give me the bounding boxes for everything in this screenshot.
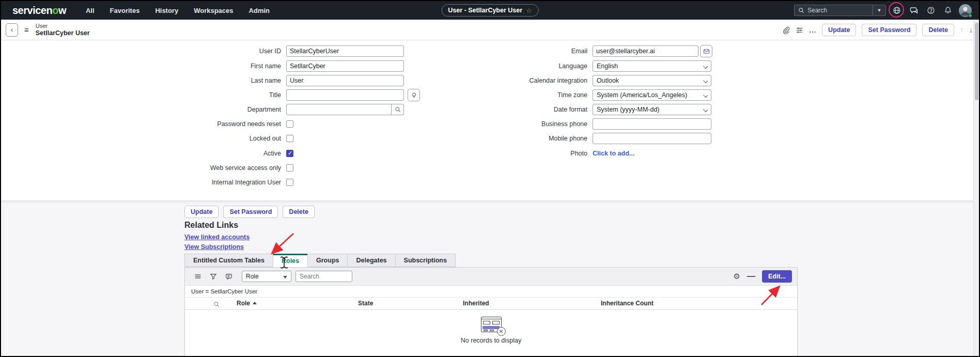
form-row: Mobile phone bbox=[469, 133, 758, 144]
set-password-button[interactable]: Set Password bbox=[223, 206, 278, 218]
email-button[interactable] bbox=[700, 45, 712, 57]
last-name-input[interactable] bbox=[286, 75, 404, 86]
collapse-list-icon[interactable]: — bbox=[747, 272, 755, 281]
active-checkbox[interactable] bbox=[286, 150, 293, 157]
update-button[interactable]: Update bbox=[822, 24, 856, 36]
time-zone-select[interactable]: System (America/Los_Angeles) bbox=[593, 89, 711, 101]
department-input[interactable] bbox=[286, 104, 404, 115]
language-select[interactable]: English bbox=[593, 60, 711, 72]
filter-icon[interactable] bbox=[210, 273, 217, 280]
related-links-title: Related Links bbox=[184, 221, 250, 230]
servicenow-logo[interactable]: servicenow bbox=[12, 5, 66, 17]
presence-dot bbox=[968, 13, 972, 18]
header-search-icon[interactable] bbox=[213, 300, 220, 309]
empty-message: No records to display bbox=[185, 337, 797, 344]
more-actions-icon[interactable]: ... bbox=[809, 26, 816, 34]
password-needs-reset-checkbox[interactable] bbox=[286, 120, 293, 128]
field-label: Time zone bbox=[469, 91, 593, 99]
scrollbar-thumb[interactable] bbox=[975, 23, 978, 100]
logo-green-o: o bbox=[52, 5, 58, 16]
nav-workspaces[interactable]: Workspaces bbox=[194, 7, 233, 14]
delete-button[interactable]: Delete bbox=[922, 24, 954, 36]
servicenow-window: servicenow All Favorites History Workspa… bbox=[0, 0, 980, 357]
global-search-placeholder: Search bbox=[807, 7, 827, 14]
form-row: Web service access only bbox=[156, 162, 456, 174]
field-label: Mobile phone bbox=[469, 135, 593, 142]
red-circle-annotation bbox=[889, 2, 904, 18]
field-label: Calendar integration bbox=[469, 77, 593, 84]
select-value: Outlook bbox=[597, 77, 619, 84]
list-search-input[interactable] bbox=[295, 271, 352, 282]
field-label: Photo bbox=[469, 150, 593, 157]
global-search-input[interactable]: Search bbox=[794, 5, 873, 16]
title-input[interactable] bbox=[286, 89, 404, 101]
set-password-button[interactable]: Set Password bbox=[862, 24, 916, 36]
tab-delegates[interactable]: Delegates bbox=[347, 254, 395, 267]
search-field-value: Role bbox=[246, 273, 259, 280]
nav-history[interactable]: History bbox=[155, 7, 178, 14]
department-lookup-icon[interactable] bbox=[391, 104, 403, 115]
help-icon[interactable] bbox=[925, 4, 937, 17]
form-context-menu-icon[interactable]: ≡ bbox=[24, 25, 28, 34]
search-field-select[interactable]: Role bbox=[242, 271, 291, 282]
column-header-state[interactable]: State bbox=[358, 300, 373, 307]
internal-integration-user-checkbox[interactable] bbox=[286, 179, 293, 186]
user-avatar[interactable] bbox=[959, 4, 972, 17]
bell-icon[interactable] bbox=[942, 4, 954, 17]
chevron-down-icon bbox=[703, 79, 708, 83]
list-column-headers: Role State Inherited Inheritance Count bbox=[185, 298, 797, 310]
locked-out-checkbox[interactable] bbox=[286, 135, 293, 142]
globe-icon[interactable] bbox=[891, 4, 903, 17]
attachment-icon[interactable] bbox=[782, 26, 790, 34]
mobile-phone-input[interactable] bbox=[593, 133, 711, 144]
scroll-up-icon[interactable]: ↑ bbox=[960, 26, 963, 34]
personalize-form-icon[interactable] bbox=[796, 26, 803, 34]
business-phone-input[interactable] bbox=[593, 118, 711, 130]
chat-icon[interactable] bbox=[908, 4, 920, 17]
star-icon[interactable]: ☆ bbox=[526, 7, 532, 14]
nav-admin[interactable]: Admin bbox=[249, 7, 270, 14]
date-format-select[interactable]: System (yyyy-MM-dd) bbox=[593, 104, 711, 115]
web-service-access-only-checkbox[interactable] bbox=[286, 164, 293, 172]
list-toolbar: Role ⚙ — Edit... bbox=[185, 268, 797, 286]
favorite-record-pill[interactable]: User - SetllarCyber User ☆ bbox=[441, 4, 538, 17]
user-id-input[interactable] bbox=[286, 45, 404, 57]
delete-button[interactable]: Delete bbox=[283, 206, 315, 218]
sort-asc-icon bbox=[253, 302, 257, 304]
logo-text: servicen bbox=[12, 5, 52, 16]
x-circle-icon: ✕ bbox=[497, 327, 506, 336]
roles-list: Role ⚙ — Edit... User = SetllarCyber Use… bbox=[184, 267, 798, 357]
list-breadcrumb[interactable]: User = SetllarCyber User bbox=[185, 286, 797, 298]
list-chat-icon[interactable] bbox=[225, 273, 232, 280]
nav-favorites[interactable]: Favorites bbox=[110, 7, 140, 14]
list-context-menu-icon[interactable] bbox=[194, 273, 201, 280]
tab-groups[interactable]: Groups bbox=[307, 254, 347, 267]
view-linked-accounts-link[interactable]: View linked accounts bbox=[184, 232, 250, 242]
first-name-input[interactable] bbox=[286, 60, 404, 72]
update-button[interactable]: Update bbox=[184, 206, 219, 218]
photo-add-link[interactable]: Click to add... bbox=[593, 150, 634, 157]
tab-entitled-custom-tables[interactable]: Entitled Custom Tables bbox=[184, 254, 273, 267]
nav-all[interactable]: All bbox=[86, 7, 95, 14]
record-type: User bbox=[36, 23, 90, 29]
edit-button[interactable]: Edit... bbox=[762, 270, 792, 283]
chevron-down-icon bbox=[703, 93, 708, 98]
suggestion-bulb-button[interactable] bbox=[408, 89, 420, 101]
back-button[interactable]: ‹ bbox=[6, 23, 18, 37]
vertical-scrollbar[interactable] bbox=[973, 20, 979, 357]
column-header-inherited[interactable]: Inherited bbox=[463, 300, 489, 307]
calendar-integration-select[interactable]: Outlook bbox=[593, 75, 711, 86]
search-scope-dropdown[interactable]: ▼ bbox=[873, 5, 886, 16]
empty-state: ✕ No records to display bbox=[185, 310, 797, 344]
email-input[interactable] bbox=[593, 45, 698, 57]
list-settings-gear-icon[interactable]: ⚙ bbox=[734, 272, 740, 281]
tab-subscriptions[interactable]: Subscriptions bbox=[395, 254, 456, 267]
view-subscriptions-link[interactable]: View Subscriptions bbox=[184, 242, 250, 252]
column-header-role[interactable]: Role bbox=[237, 300, 257, 307]
scroll-down-icon[interactable]: ↓ bbox=[969, 26, 973, 34]
column-header-inheritance-count[interactable]: Inheritance Count bbox=[601, 300, 654, 307]
select-value: System (America/Los_Angeles) bbox=[597, 91, 687, 99]
envelope-icon bbox=[703, 48, 710, 55]
tab-roles[interactable]: Roles bbox=[273, 254, 307, 267]
form-row: Last name bbox=[156, 75, 456, 86]
